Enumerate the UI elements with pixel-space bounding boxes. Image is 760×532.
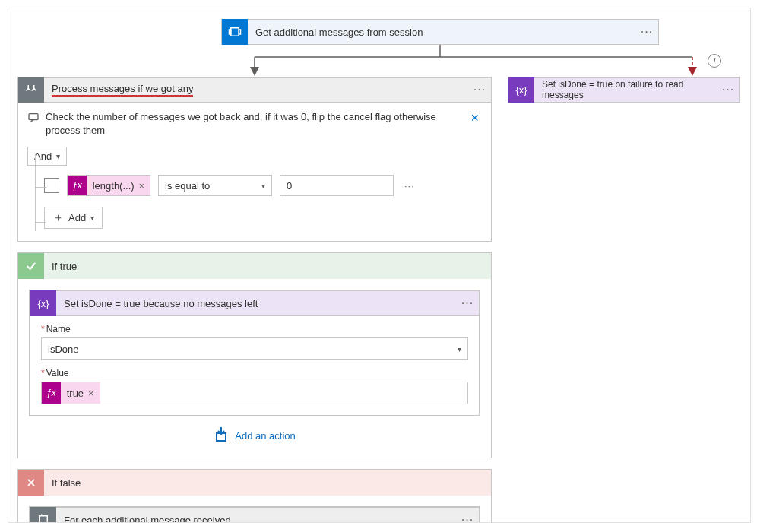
name-field-value: isDone — [48, 344, 78, 355]
close-icon — [18, 470, 44, 496]
condition-icon — [18, 77, 44, 103]
chevron-down-icon: ▾ — [458, 345, 461, 353]
rule-operator-select[interactable]: is equal to ▾ — [158, 175, 272, 196]
set-variable-title: Set isDone = true because no messages le… — [56, 298, 456, 309]
set-variable-fields: *Name isDone ▾ *Value ƒx true × — [30, 316, 480, 416]
condition-title: Process messages if we got any — [44, 83, 468, 97]
name-field-select[interactable]: isDone ▾ — [41, 337, 468, 360]
value-field-input[interactable]: ƒx true × — [41, 382, 468, 404]
set-variable-menu[interactable]: ··· — [456, 296, 479, 310]
top-action-title: Get additional messages from session — [248, 27, 635, 38]
tree-connector — [29, 154, 44, 231]
chevron-down-icon: ▾ — [261, 182, 265, 190]
expression-text: length(...) — [93, 180, 135, 192]
expression-remove-icon[interactable]: × — [139, 180, 145, 192]
expression-remove-icon[interactable]: × — [88, 388, 94, 399]
top-action-card[interactable]: Get additional messages from session ··· — [221, 19, 659, 45]
name-field-label: *Name — [41, 324, 468, 334]
condition-menu[interactable]: ··· — [468, 83, 491, 97]
check-icon — [18, 253, 44, 279]
top-action-menu[interactable]: ··· — [635, 25, 658, 39]
svg-rect-2 — [239, 30, 240, 34]
foreach-title: For each additional message received — [56, 515, 456, 523]
add-action-icon — [214, 427, 229, 444]
fx-icon: ƒx — [42, 382, 61, 404]
operator-text: is equal to — [165, 180, 210, 192]
info-icon[interactable]: i — [708, 54, 721, 68]
condition-comment: Check the number of messages we got back… — [27, 110, 482, 138]
add-rule-label: Add — [68, 212, 86, 223]
value-expression-text: true — [67, 388, 84, 399]
condition-rule-row: ƒx length(...) × is equal to ▾ 0 ··· — [44, 175, 482, 196]
foreach-menu[interactable]: ··· — [456, 513, 479, 523]
svg-rect-5 — [40, 516, 48, 523]
rule-checkbox[interactable] — [44, 178, 59, 193]
comment-text: Check the number of messages we got back… — [46, 110, 461, 138]
rule-value-input[interactable]: 0 — [280, 175, 394, 196]
foreach-card[interactable]: For each additional message received ··· — [29, 506, 480, 523]
failure-action-menu[interactable]: ··· — [717, 83, 739, 97]
rule-left-expression[interactable]: ƒx length(...) × — [67, 175, 150, 196]
failure-action-title: Set isDone = true on failure to read mes… — [534, 79, 717, 100]
condition-column: Process messages if we got any ··· Check… — [17, 77, 492, 523]
variable-icon: {x} — [508, 77, 534, 103]
add-rule-button[interactable]: ＋ Add ▾ — [44, 207, 103, 229]
comment-icon — [27, 112, 40, 126]
flow-canvas: i Get additional messages from session ·… — [8, 8, 751, 523]
svg-rect-1 — [230, 30, 231, 34]
failure-action-card[interactable]: {x} Set isDone = true on failure to read… — [508, 77, 740, 103]
servicebus-icon — [222, 19, 248, 45]
value-text: 0 — [287, 180, 292, 192]
variable-icon: {x} — [30, 290, 56, 316]
svg-rect-3 — [29, 114, 38, 120]
chevron-down-icon: ▾ — [90, 214, 94, 222]
rule-menu[interactable]: ··· — [401, 180, 418, 192]
if-true-branch: If true {x} Set isDone = true because no… — [17, 252, 492, 458]
condition-body: Check the number of messages we got back… — [17, 103, 492, 242]
fx-icon: ƒx — [68, 176, 87, 195]
comment-close-icon[interactable]: × — [467, 110, 482, 126]
if-false-header[interactable]: If false — [18, 470, 491, 496]
plus-icon: ＋ — [52, 211, 64, 225]
value-field-label: *Value — [41, 368, 468, 378]
if-true-header[interactable]: If true — [18, 253, 491, 279]
add-action-label: Add an action — [235, 430, 296, 442]
if-false-title: If false — [44, 477, 81, 489]
svg-rect-0 — [231, 28, 239, 36]
chevron-down-icon: ▾ — [56, 152, 60, 160]
condition-header[interactable]: Process messages if we got any ··· — [17, 77, 492, 103]
loop-icon — [30, 507, 56, 523]
if-false-branch: If false For each additional message rec… — [17, 469, 492, 523]
if-true-add-action[interactable]: Add an action — [29, 427, 480, 444]
if-true-title: If true — [44, 261, 77, 272]
set-variable-card[interactable]: {x} Set isDone = true because no message… — [29, 290, 480, 416]
